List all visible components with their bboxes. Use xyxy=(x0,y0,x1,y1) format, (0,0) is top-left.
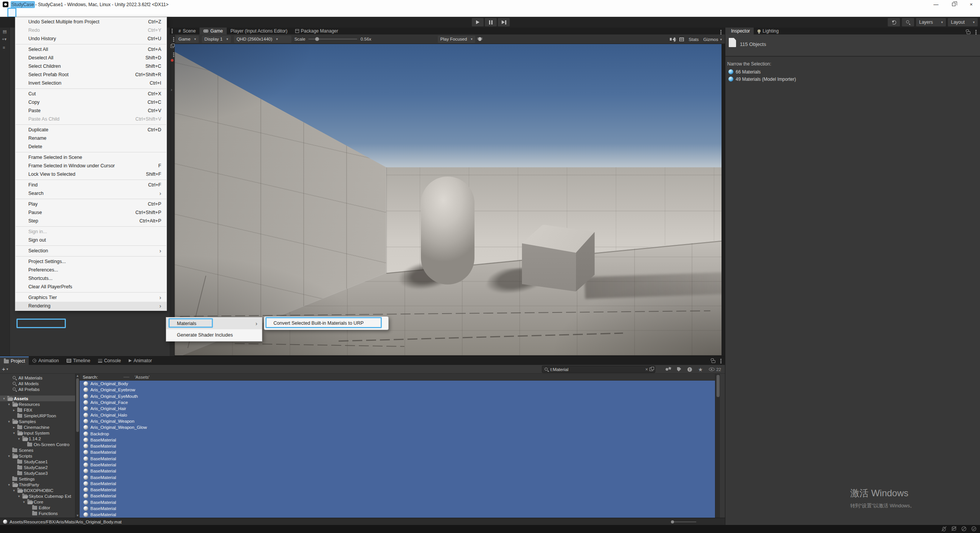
menu-item[interactable]: Find Ctrl+F xyxy=(15,181,167,189)
tree-item[interactable]: BOXOPHOBIC xyxy=(0,487,75,493)
menu-item[interactable]: Sign out xyxy=(15,236,167,244)
menu-item[interactable]: Delete xyxy=(15,142,167,151)
menu-item[interactable]: Graphics Tier xyxy=(15,293,167,302)
tree-item[interactable]: ThirdParty xyxy=(0,482,75,487)
edge-menu-icon[interactable] xyxy=(173,52,174,57)
play-button[interactable] xyxy=(472,18,484,26)
view-tab[interactable]: Package Manager xyxy=(291,28,342,34)
menu-item[interactable]: Select All Ctrl+A xyxy=(15,45,167,54)
resolution-dropdown[interactable]: QHD (2560x1440)▾ xyxy=(234,36,291,43)
tree-item[interactable]: Input System xyxy=(0,430,75,436)
tree-scrollbar[interactable]: ▲ ▼ xyxy=(75,374,79,518)
fold-arrow-icon[interactable] xyxy=(22,500,26,504)
menu-item[interactable]: Select Children Shift+C xyxy=(15,62,167,70)
material-list-item[interactable]: Aris_Original_Weapon xyxy=(80,418,720,424)
fold-arrow-icon[interactable] xyxy=(12,489,16,492)
fold-arrow-icon[interactable] xyxy=(12,408,16,412)
open-search-window-icon[interactable] xyxy=(650,368,653,371)
view-tab[interactable]: Game xyxy=(200,28,227,34)
inspector-tab[interactable]: Lighting xyxy=(754,28,782,34)
scale-slider[interactable] xyxy=(308,39,357,39)
menu-item[interactable]: Undo Select Multiple from Project Ctrl+Z xyxy=(15,18,167,26)
fold-arrow-icon[interactable] xyxy=(12,425,16,429)
menu-item[interactable]: Pause Ctrl+Shift+P xyxy=(15,208,167,217)
menubar-item[interactable] xyxy=(29,9,36,16)
scrollbar-thumb[interactable] xyxy=(717,375,720,397)
menu-item[interactable]: Paste Ctrl+V xyxy=(15,106,167,115)
material-list-item[interactable]: BaseMaterial xyxy=(80,456,720,462)
clear-search-icon[interactable]: × xyxy=(645,367,648,372)
menu-item[interactable]: Materials xyxy=(166,318,262,329)
menu-item[interactable]: Selection xyxy=(15,247,167,255)
display-dropdown[interactable]: Display 1▾ xyxy=(202,36,231,43)
expand-chevron-icon[interactable]: › xyxy=(171,87,172,92)
panel-menu-icon[interactable] xyxy=(172,29,173,33)
tree-item[interactable]: StudyCase2 xyxy=(0,464,75,470)
material-list-item[interactable]: Aris_Original_Body xyxy=(80,381,720,387)
material-list-item[interactable]: BaseMaterial xyxy=(80,443,720,449)
restore-button[interactable] xyxy=(945,0,962,9)
hierarchy-create-button[interactable]: +▾ xyxy=(2,37,7,42)
material-list-item[interactable]: BaseMaterial xyxy=(80,437,720,443)
material-list-item[interactable]: Aris_Original_Halo xyxy=(80,412,720,418)
cache-server-icon[interactable] xyxy=(951,526,957,532)
material-list-item[interactable]: BaseMaterial xyxy=(80,499,720,505)
view-tab[interactable]: Scene xyxy=(175,28,200,34)
tree-item[interactable]: 1.14.2 xyxy=(0,436,75,441)
material-list-item[interactable]: BaseMaterial xyxy=(80,493,720,499)
material-list-item[interactable]: Backdrop xyxy=(80,430,720,437)
view-tab[interactable]: Player (Input Actions Editor) xyxy=(227,28,291,34)
slider-thumb[interactable] xyxy=(671,520,674,523)
menu-item[interactable]: Duplicate Ctrl+D xyxy=(15,126,167,134)
close-button[interactable]: × xyxy=(962,0,980,9)
project-search-field[interactable]: × xyxy=(542,366,655,373)
menu-item[interactable]: Paste As Child Ctrl+Shift+V xyxy=(15,115,167,123)
layout-dropdown[interactable]: Layout▾ xyxy=(948,18,978,26)
tree-item[interactable]: On-Screen Contro xyxy=(0,441,75,447)
search-scope-option[interactable] xyxy=(103,377,110,378)
menu-item[interactable]: Project Settings... xyxy=(15,257,167,266)
menubar-item[interactable] xyxy=(22,9,29,16)
material-list-item[interactable]: Aris_Original_Face xyxy=(80,399,720,405)
material-list-item[interactable]: BaseMaterial xyxy=(80,474,720,480)
menu-item[interactable]: Cut Ctrl+X xyxy=(15,90,167,98)
tree-item[interactable]: FBX xyxy=(0,407,75,413)
edge-menu-icon[interactable] xyxy=(173,37,174,42)
tree-item[interactable]: All Models xyxy=(0,381,75,386)
tree-item[interactable]: Resources xyxy=(0,401,75,407)
debugger-disabled-icon[interactable] xyxy=(941,526,947,532)
menu-item[interactable]: Select Prefab Root Ctrl+Shift+R xyxy=(15,70,167,79)
scale-slider-thumb[interactable] xyxy=(315,37,319,41)
search-scope-option[interactable] xyxy=(113,377,119,378)
stats-button[interactable]: Stats xyxy=(689,37,699,42)
game-display-mode-dropdown[interactable]: Game▾ xyxy=(176,36,199,43)
narrow-selection-item[interactable]: 66 Materials xyxy=(728,68,796,75)
menu-item[interactable]: Search xyxy=(15,189,167,198)
tree-item[interactable]: Settings xyxy=(0,476,75,482)
tree-item[interactable] xyxy=(0,392,75,396)
tasks-done-icon[interactable] xyxy=(971,526,977,532)
menubar-item[interactable] xyxy=(8,9,15,16)
menu-item[interactable]: Convert Selected Built-in Materials to U… xyxy=(264,317,388,330)
inspector-menu-icon[interactable] xyxy=(975,30,977,34)
tree-item[interactable]: All Materials xyxy=(0,375,75,381)
menubar-item[interactable] xyxy=(2,9,8,16)
menu-item[interactable]: Sign in... xyxy=(15,227,167,236)
menu-item[interactable]: Rendering xyxy=(15,302,167,310)
tree-item[interactable]: Core xyxy=(0,499,75,505)
bottom-panel-tab[interactable]: Timeline xyxy=(63,356,94,365)
fold-arrow-icon[interactable] xyxy=(2,397,6,401)
tree-item[interactable]: Scenes xyxy=(0,447,75,453)
menu-item[interactable]: Deselect All Shift+D xyxy=(15,54,167,62)
notifications-disabled-icon[interactable] xyxy=(961,526,967,532)
filter-importance-icon[interactable]: ! xyxy=(687,367,692,372)
menubar-item[interactable] xyxy=(36,9,43,16)
material-list-item[interactable]: BaseMaterial xyxy=(80,449,720,455)
material-list-item[interactable]: BaseMaterial xyxy=(80,481,720,487)
inspector-tab[interactable]: Inspector xyxy=(725,28,754,34)
pause-button[interactable] xyxy=(485,18,497,26)
undo-history-button[interactable] xyxy=(888,18,900,26)
tree-item[interactable]: Scripts xyxy=(0,453,75,459)
material-list-item[interactable]: BaseMaterial xyxy=(80,512,720,518)
search-everything-button[interactable] xyxy=(902,18,914,26)
